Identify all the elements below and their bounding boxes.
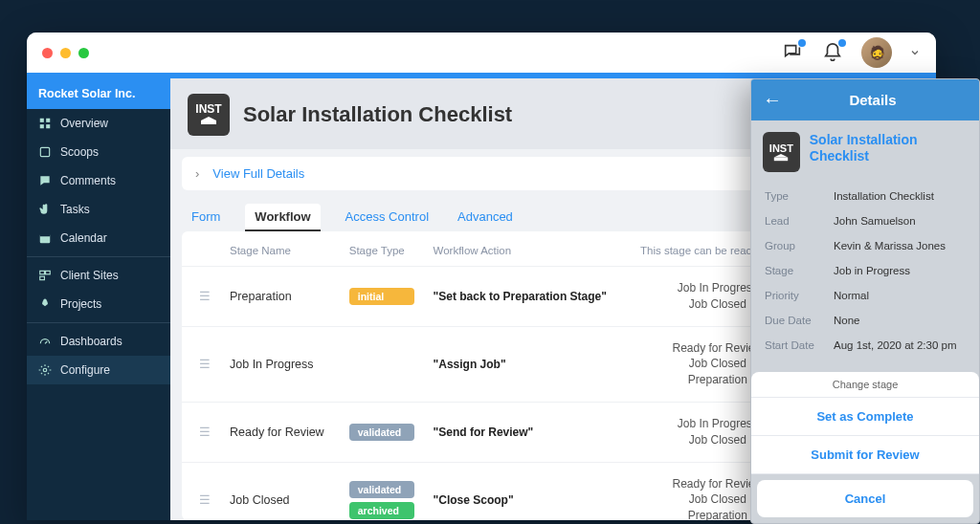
field-value: Normal <box>834 290 966 301</box>
field-label: Due Date <box>765 315 834 326</box>
tab-advanced[interactable]: Advanced <box>454 204 517 231</box>
back-button[interactable]: ← <box>763 89 782 111</box>
svg-rect-4 <box>40 147 49 156</box>
brand-name: Rocket Solar Inc. <box>27 78 170 109</box>
mobile-record-title: Solar Installation Checklist <box>810 132 968 172</box>
sidebar-item-label: Tasks <box>60 203 90 216</box>
sites-icon <box>38 269 52 282</box>
square-icon <box>38 145 52 159</box>
chevron-down-icon[interactable] <box>909 47 921 58</box>
svg-rect-0 <box>40 119 44 122</box>
sidebar-item-overview[interactable]: Overview <box>27 109 170 138</box>
tab-workflow[interactable]: Workflow <box>245 204 320 231</box>
maximize-window-icon[interactable] <box>78 48 89 58</box>
sidebar-item-tasks[interactable]: Tasks <box>27 195 170 224</box>
inst-badge: INST <box>763 132 800 172</box>
stage-name: Job Closed <box>220 462 340 520</box>
svg-rect-11 <box>201 120 216 124</box>
sheet-option[interactable]: Submit for Review <box>751 436 979 474</box>
action-sheet: Change stage Set as CompleteSubmit for R… <box>751 372 979 523</box>
sidebar-item-label: Comments <box>60 174 116 187</box>
drag-handle-icon[interactable]: ☰ <box>199 290 211 303</box>
field-value: Job in Progress <box>834 265 966 276</box>
svg-rect-3 <box>46 124 50 128</box>
field-value: Aug 1st, 2020 at 2:30 pm <box>834 339 966 351</box>
mobile-fields: TypeInstallation ChecklistLeadJohn Samue… <box>751 184 979 358</box>
detail-field: Due DateNone <box>765 308 966 333</box>
mobile-title: Details <box>797 92 948 108</box>
mobile-overlay: ← Details INST Solar Installation Checkl… <box>750 78 980 524</box>
drag-handle-icon[interactable]: ☰ <box>199 493 211 507</box>
field-label: Type <box>765 190 834 202</box>
gear-icon <box>38 363 52 377</box>
workflow-action: "Send for Review" <box>424 402 627 462</box>
mobile-title-card: INST Solar Installation Checklist <box>751 120 979 184</box>
stage-name: Job In Progress <box>220 326 340 402</box>
messages-button[interactable] <box>781 41 804 64</box>
sidebar-item-calendar[interactable]: Calendar <box>27 224 170 252</box>
detail-field: PriorityNormal <box>765 283 966 308</box>
field-label: Priority <box>765 290 834 301</box>
stage-type-pill: validated <box>349 424 414 441</box>
detail-field: LeadJohn Samuelson <box>765 208 966 233</box>
tab-form[interactable]: Form <box>188 204 224 231</box>
workflow-action: "Assign Job" <box>424 326 627 402</box>
sidebar-item-client-sites[interactable]: Client Sites <box>27 261 170 290</box>
stage-type-pill: validated <box>349 481 414 498</box>
rocket-icon <box>38 297 52 311</box>
field-value: Kevin & Marissa Jones <box>834 240 966 251</box>
svg-rect-7 <box>40 271 45 274</box>
sidebar-item-label: Client Sites <box>60 269 119 282</box>
user-avatar[interactable]: 🧔 <box>861 37 892 68</box>
detail-field: StageJob in Progress <box>765 258 966 283</box>
sidebar: Rocket Solar Inc. OverviewScoopsComments… <box>27 78 170 520</box>
svg-rect-9 <box>40 276 45 280</box>
calendar-icon <box>38 231 52 245</box>
sidebar-item-dashboards[interactable]: Dashboards <box>27 327 170 356</box>
stage-type-pill: initial <box>349 288 414 305</box>
detail-field: GroupKevin & Marissa Jones <box>765 233 966 258</box>
sidebar-item-label: Calendar <box>60 231 107 245</box>
field-label: Group <box>765 240 834 251</box>
page-title: Solar Installation Checklist <box>243 102 512 127</box>
badge-icon <box>838 39 846 47</box>
sidebar-item-configure[interactable]: Configure <box>27 356 170 384</box>
stage-type-pill: archived <box>349 502 414 519</box>
sidebar-item-label: Dashboards <box>60 335 122 348</box>
inst-badge: INST <box>188 94 230 136</box>
svg-rect-6 <box>40 234 51 236</box>
sidebar-item-label: Scoops <box>60 145 99 159</box>
field-label: Lead <box>765 215 834 227</box>
tab-access-control[interactable]: Access Control <box>342 204 433 231</box>
sidebar-item-label: Projects <box>60 297 101 311</box>
svg-rect-2 <box>40 124 44 128</box>
grid-icon <box>38 117 52 130</box>
sidebar-item-comments[interactable]: Comments <box>27 166 170 195</box>
stage-name: Preparation <box>220 267 340 327</box>
column-header: Stage Type <box>340 231 424 267</box>
field-value: None <box>834 315 966 326</box>
column-header: Stage Name <box>220 231 340 267</box>
sheet-option[interactable]: Set as Complete <box>751 398 979 436</box>
drag-handle-icon[interactable]: ☰ <box>199 358 211 371</box>
field-label: Stage <box>765 265 834 276</box>
chevron-right-icon: › <box>195 166 199 181</box>
close-window-icon[interactable] <box>42 48 53 58</box>
minimize-window-icon[interactable] <box>60 48 71 58</box>
field-label: Start Date <box>765 339 834 351</box>
cancel-button[interactable]: Cancel <box>757 480 973 517</box>
window-controls <box>42 48 89 58</box>
field-value: John Samuelson <box>834 215 966 227</box>
workflow-action: "Close Scoop" <box>424 462 627 520</box>
sidebar-item-scoops[interactable]: Scoops <box>27 138 170 166</box>
workflow-action: "Set back to Preparation Stage" <box>424 267 627 327</box>
hand-icon <box>38 203 52 216</box>
notifications-button[interactable] <box>821 41 844 64</box>
svg-rect-12 <box>774 157 788 161</box>
sidebar-item-label: Configure <box>60 363 110 377</box>
gauge-icon <box>38 335 52 348</box>
sidebar-item-projects[interactable]: Projects <box>27 290 170 318</box>
drag-handle-icon[interactable]: ☰ <box>199 426 211 439</box>
chat-icon <box>38 174 52 187</box>
field-value: Installation Checklist <box>834 190 966 202</box>
